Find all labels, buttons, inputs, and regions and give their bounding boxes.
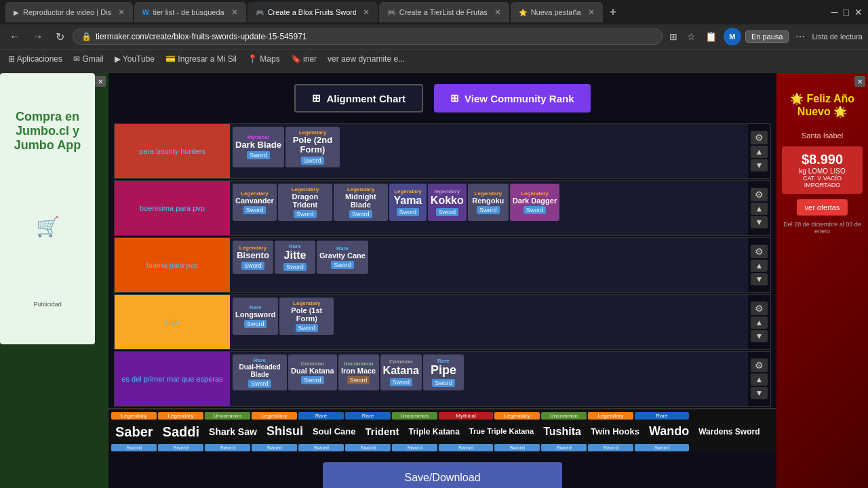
ad-close-left[interactable]: ✕ bbox=[95, 76, 106, 87]
item-dual-headed[interactable]: Rare Dual-Headed Blade Sword bbox=[233, 354, 287, 390]
bookmark-gmail[interactable]: ✉ Gmail bbox=[73, 54, 104, 64]
bottom-item-triple-katana[interactable]: Triple Katana bbox=[404, 421, 463, 443]
tier-list-area[interactable]: ⊞ Alignment Chart ⊞ View Community Rank … bbox=[108, 73, 776, 488]
gear-button-row3[interactable]: ⚙ bbox=[751, 245, 768, 258]
new-tab-button[interactable]: + bbox=[604, 5, 623, 20]
up-button-row2[interactable]: ▲ bbox=[751, 203, 768, 215]
bottom-item-wando[interactable]: Wando bbox=[645, 421, 693, 443]
item-iron-mace[interactable]: Uncommon Iron Mace Sword bbox=[338, 354, 379, 390]
item-gravity-cane[interactable]: Rare Gravity Cane Sword bbox=[317, 241, 368, 274]
item-dual-katana[interactable]: Common Dual Katana Sword bbox=[288, 354, 337, 390]
tab-close-new[interactable]: ✕ bbox=[588, 7, 595, 17]
favorites-button[interactable]: ☆ bbox=[684, 30, 698, 43]
down-button-row1[interactable]: ▼ bbox=[751, 159, 768, 171]
tier-label-link-4[interactable]: mala bbox=[164, 318, 180, 326]
item-rengoku[interactable]: Legendary Rengoku Sword bbox=[468, 184, 509, 221]
down-button-row5[interactable]: ▼ bbox=[751, 387, 768, 399]
bottom-item-true-triple[interactable]: True Triple Katana bbox=[465, 421, 538, 443]
bookmark-apps[interactable]: ⊞ Aplicaciones bbox=[8, 54, 62, 64]
gear-button-row4[interactable]: ⚙ bbox=[751, 302, 768, 315]
tier-label-3: buena para pvp bbox=[115, 238, 230, 292]
close-window-button[interactable]: ✕ bbox=[854, 7, 863, 18]
bottom-item-saddi[interactable]: Saddi bbox=[159, 421, 203, 443]
forward-button[interactable]: → bbox=[28, 28, 47, 45]
tab-close-frutas[interactable]: ✕ bbox=[494, 7, 501, 17]
gear-button-row2[interactable]: ⚙ bbox=[751, 188, 768, 201]
settings-button[interactable]: ⋯ bbox=[793, 30, 808, 43]
item-longsword[interactable]: Rare Longsword Sword bbox=[233, 298, 278, 335]
bottom-item-shark-name: Shark Saw bbox=[209, 426, 257, 438]
extensions-button[interactable]: ⊞ bbox=[667, 30, 680, 43]
tab-close-search[interactable]: ✕ bbox=[231, 7, 238, 17]
bottom-item-trident[interactable]: Trident bbox=[361, 421, 403, 443]
refresh-button[interactable]: ↻ bbox=[52, 28, 68, 46]
rarity-badge-twin: Uncommon bbox=[541, 412, 587, 420]
tier-label-link-5[interactable]: es del primer mar que esperas bbox=[121, 375, 222, 383]
tab-tierlist-search[interactable]: W tier list - de búsqueda ✕ bbox=[134, 2, 246, 22]
ad-close-right[interactable]: ✕ bbox=[854, 76, 865, 87]
save-download-button[interactable]: Save/Download bbox=[323, 462, 561, 488]
bottom-item-saber[interactable]: Saber bbox=[111, 421, 157, 443]
up-button-row3[interactable]: ▲ bbox=[751, 260, 768, 272]
tab-close-swords[interactable]: ✕ bbox=[363, 7, 370, 17]
tier-label-link-3[interactable]: buena para pvp bbox=[146, 261, 198, 269]
alignment-chart-button[interactable]: ⊞ Alignment Chart bbox=[294, 84, 423, 113]
minimize-button[interactable]: ─ bbox=[831, 7, 838, 18]
tier-row-5: es del primer mar que esperas Rare Dual-… bbox=[114, 351, 771, 407]
down-button-row3[interactable]: ▼ bbox=[751, 273, 768, 285]
bottom-item-shisui[interactable]: Shisui bbox=[262, 421, 307, 443]
up-button-row4[interactable]: ▲ bbox=[751, 317, 768, 329]
tab-disney[interactable]: ▶ Reproductor de video | Disney+ ✕ bbox=[5, 2, 133, 22]
collections-button[interactable]: 📋 bbox=[703, 30, 719, 43]
item-kokko[interactable]: legendary Kokko Sword bbox=[428, 184, 467, 221]
up-button-row5[interactable]: ▲ bbox=[751, 373, 768, 386]
tab-new-tab[interactable]: ⭐ Nueva pestaña ✕ bbox=[511, 2, 603, 22]
bottom-rarity-twin: Uncommon bbox=[541, 412, 587, 420]
down-button-row4[interactable]: ▼ bbox=[751, 330, 768, 342]
tab-close-disney[interactable]: ✕ bbox=[118, 7, 125, 17]
item-canvander[interactable]: Legendary Canvander Sword bbox=[233, 184, 277, 221]
bookmark-maps[interactable]: 📍 Maps bbox=[248, 54, 280, 64]
bottom-item-soul-cane[interactable]: Soul Cane bbox=[309, 421, 360, 443]
bookmark-aew[interactable]: ver aew dynamite e... bbox=[328, 54, 405, 64]
rarity-badge-saber: Legendary bbox=[111, 412, 157, 420]
back-button[interactable]: ← bbox=[5, 28, 24, 45]
item-pole-1st[interactable]: Legendary Pole (1st Form) Sword bbox=[279, 298, 334, 335]
url-bar[interactable]: 🔒 tiermaker.com/create/blox-fruits-sword… bbox=[73, 28, 663, 45]
pause-button[interactable]: En pausa bbox=[745, 30, 789, 43]
item-jitte[interactable]: Rare Jitte Sword bbox=[275, 241, 315, 274]
down-button-row2[interactable]: ▼ bbox=[751, 216, 768, 228]
item-dark-blade[interactable]: Mythical Dark Blade Sword bbox=[233, 127, 284, 167]
item-midnight-blade[interactable]: Legendary Midnight Blade Sword bbox=[334, 184, 388, 221]
tab-blox-fruits-swords[interactable]: 🎮 Create a Blox Fruits Swords (up... ✕ bbox=[248, 2, 378, 22]
community-rank-button[interactable]: ⊞ View Community Rank bbox=[434, 84, 590, 113]
bottom-item-wardens[interactable]: Wardens Sword bbox=[694, 421, 764, 443]
gear-button-row5[interactable]: ⚙ bbox=[751, 359, 768, 372]
up-button-row1[interactable]: ▲ bbox=[751, 146, 768, 158]
bottom-item-tushita[interactable]: Tushita bbox=[539, 421, 585, 443]
type-badge-wando: Sword bbox=[588, 444, 633, 451]
item-pole-2nd[interactable]: Legendary Pole (2nd Form) Sword bbox=[285, 127, 340, 167]
bottom-item-true-triple-name: True Triple Katana bbox=[469, 427, 534, 436]
maximize-button[interactable]: □ bbox=[844, 7, 849, 18]
type-badge-true-triple: Sword bbox=[439, 444, 493, 451]
bookmark-iner[interactable]: 🔖 iner bbox=[291, 54, 317, 64]
bottom-rarity-triple: Uncommon bbox=[392, 412, 437, 420]
ad-offer-button[interactable]: ver ofertas bbox=[797, 199, 848, 216]
bookmark-ingresar[interactable]: 💳 Ingresar a Mi Sil bbox=[165, 54, 237, 64]
profile-button[interactable]: M bbox=[724, 28, 741, 45]
tier-label-link-2[interactable]: buenisima para pvp bbox=[140, 204, 205, 212]
tier-label-link-1[interactable]: para bounty hunters bbox=[139, 147, 205, 155]
reading-list-button[interactable]: Lista de lectura bbox=[812, 33, 863, 41]
item-pipe[interactable]: Rare Pipe Sword bbox=[423, 354, 464, 390]
item-dragon-trident[interactable]: Legendary Dragon Trident Sword bbox=[278, 184, 332, 221]
bottom-item-twin-hooks[interactable]: Twin Hooks bbox=[587, 421, 644, 443]
tab-blox-frutas[interactable]: 🎮 Create a TierList de Frutas (Blox... ✕ bbox=[379, 2, 509, 22]
gear-button-row1[interactable]: ⚙ bbox=[751, 131, 768, 144]
item-dark-dagger[interactable]: Legendary Dark Dagger Sword bbox=[510, 184, 559, 221]
bottom-item-shark-saw[interactable]: Shark Saw bbox=[205, 421, 261, 443]
item-yama[interactable]: Legendary Yama Sword bbox=[389, 184, 427, 221]
bookmark-youtube[interactable]: ▶ YouTube bbox=[115, 54, 155, 64]
item-bisento[interactable]: Legendary Bisento Sword bbox=[233, 241, 273, 274]
item-katana[interactable]: Common Katana Sword bbox=[380, 354, 422, 390]
